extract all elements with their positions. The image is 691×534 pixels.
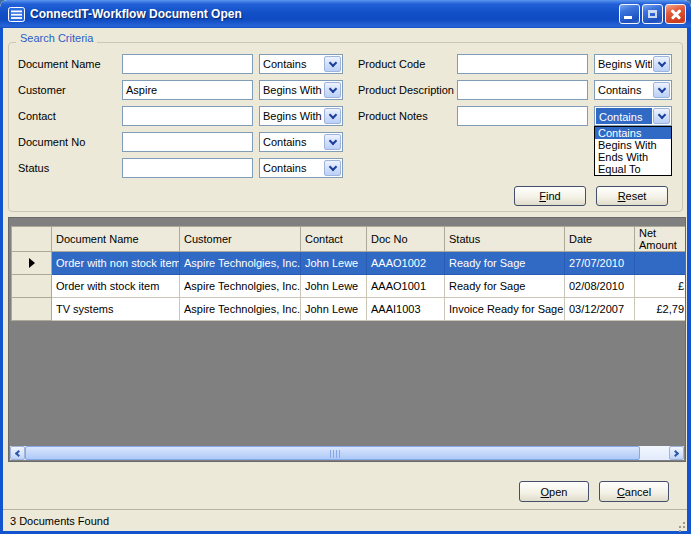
header-customer[interactable]: Customer <box>180 226 301 252</box>
header-document-name[interactable]: Document Name <box>52 226 180 252</box>
document-name-input[interactable] <box>122 54 253 74</box>
chevron-down-icon[interactable] <box>324 160 341 176</box>
cell-contact: John Lewe <box>301 298 367 321</box>
product-code-label: Product Code <box>358 54 425 74</box>
scroll-left-button[interactable] <box>10 446 25 460</box>
window-border-right <box>687 28 691 534</box>
row-selector[interactable] <box>11 275 52 298</box>
status-input[interactable] <box>122 158 253 178</box>
app-icon[interactable] <box>8 7 25 22</box>
cell-document-name: TV systems <box>52 298 180 321</box>
status-match-combo[interactable]: Contains <box>259 158 343 178</box>
cell-date: 02/08/2010 <box>565 275 635 298</box>
product-code-input[interactable] <box>457 54 588 74</box>
cell-status: Ready for Sage <box>445 252 565 275</box>
maximize-button[interactable] <box>642 4 663 24</box>
open-button[interactable]: Open <box>519 481 589 502</box>
contact-input[interactable] <box>122 106 253 126</box>
cell-doc-no: AAAO1001 <box>367 275 445 298</box>
window-border-left <box>0 28 3 534</box>
dropdown-option-ends-with[interactable]: Ends With <box>595 151 671 163</box>
horizontal-scrollbar <box>10 446 684 460</box>
cell-net-amount: £2,79 <box>635 298 686 321</box>
find-button[interactable]: Find <box>514 186 586 206</box>
resize-grip[interactable] <box>675 518 685 528</box>
product-code-match-combo[interactable]: Begins With <box>594 54 672 74</box>
chevron-down-icon[interactable] <box>324 82 341 98</box>
header-status[interactable]: Status <box>445 226 565 252</box>
document-no-match-combo[interactable]: Contains <box>259 132 343 152</box>
results-table: Document Name Customer Contact Doc No St… <box>11 226 686 321</box>
chevron-right-icon <box>672 449 679 456</box>
header-date[interactable]: Date <box>565 226 635 252</box>
current-row-arrow-icon <box>29 258 35 268</box>
cell-customer: Aspire Technolgies, Inc. <box>180 252 301 275</box>
chevron-down-icon[interactable] <box>653 82 670 98</box>
customer-input[interactable] <box>122 80 253 100</box>
header-contact[interactable]: Contact <box>301 226 367 252</box>
product-notes-label: Product Notes <box>358 106 428 126</box>
cell-status: Ready for Sage <box>445 275 565 298</box>
cell-net-amount <box>635 252 686 275</box>
customer-match-combo[interactable]: Begins With <box>259 80 343 100</box>
product-description-match-combo[interactable]: Contains <box>594 80 672 100</box>
cell-doc-no: AAAI1003 <box>367 298 445 321</box>
cell-contact: John Lewe <box>301 275 367 298</box>
chevron-down-icon[interactable] <box>653 56 670 72</box>
dropdown-option-begins-with[interactable]: Begins With <box>595 139 671 151</box>
scrollbar-thumb[interactable] <box>25 446 640 460</box>
cell-customer: Aspire Technolgies, Inc. <box>180 298 301 321</box>
dropdown-option-equal-to[interactable]: Equal To <box>595 163 671 175</box>
table-row[interactable]: Order with stock item Aspire Technolgies… <box>11 275 686 298</box>
scrollbar-grip-icon <box>333 450 334 458</box>
maximize-icon <box>648 10 657 18</box>
cell-date: 03/12/2007 <box>565 298 635 321</box>
contact-match-combo[interactable]: Begins With <box>259 106 343 126</box>
close-button[interactable] <box>665 4 686 24</box>
cell-customer: Aspire Technolgies, Inc. <box>180 275 301 298</box>
chevron-down-icon[interactable] <box>324 108 341 124</box>
search-criteria-label: Search Criteria <box>16 32 97 44</box>
results-grid: Document Name Customer Contact Doc No St… <box>8 217 686 462</box>
chevron-down-icon[interactable] <box>324 56 341 72</box>
scroll-right-button[interactable] <box>669 446 684 460</box>
row-selector[interactable] <box>11 252 52 275</box>
titlebar[interactable]: ConnectIT-Workflow Document Open <box>0 0 691 28</box>
product-notes-input[interactable] <box>457 106 588 126</box>
minimize-icon <box>624 16 632 19</box>
document-open-dialog: ConnectIT-Workflow Document Open Search … <box>0 0 691 534</box>
contact-label: Contact <box>18 106 56 126</box>
cancel-button[interactable]: Cancel <box>599 481 669 502</box>
document-name-match-combo[interactable]: Contains <box>259 54 343 74</box>
header-doc-no[interactable]: Doc No <box>367 226 445 252</box>
header-row-selector <box>11 226 52 252</box>
match-options-dropdown: Contains Begins With Ends With Equal To <box>594 126 672 176</box>
cell-document-name: Order with non stock item <box>52 252 180 275</box>
chevron-down-icon[interactable] <box>324 134 341 150</box>
chevron-left-icon <box>15 449 22 456</box>
table-row[interactable]: Order with non stock item Aspire Technol… <box>11 252 686 275</box>
reset-button[interactable]: Reset <box>596 186 668 206</box>
status-bar: 3 Documents Found <box>3 509 687 531</box>
status-bar-text: 3 Documents Found <box>10 515 109 527</box>
cell-net-amount: £ <box>635 275 686 298</box>
grid-header-row: Document Name Customer Contact Doc No St… <box>11 226 686 252</box>
header-net-amount[interactable]: Net Amount <box>635 226 686 252</box>
cell-document-name: Order with stock item <box>52 275 180 298</box>
document-no-label: Document No <box>18 132 85 152</box>
dropdown-option-contains[interactable]: Contains <box>595 127 671 139</box>
document-no-input[interactable] <box>122 132 253 152</box>
product-notes-match-combo[interactable]: Contains <box>594 106 672 126</box>
table-row[interactable]: TV systems Aspire Technolgies, Inc. John… <box>11 298 686 321</box>
product-description-input[interactable] <box>457 80 588 100</box>
customer-label: Customer <box>18 80 66 100</box>
product-description-label: Product Description <box>358 80 454 100</box>
chevron-down-icon[interactable] <box>653 108 670 124</box>
cell-doc-no: AAAO1002 <box>367 252 445 275</box>
minimize-button[interactable] <box>619 4 640 24</box>
document-name-label: Document Name <box>18 54 101 74</box>
scrollbar-track[interactable] <box>25 446 669 460</box>
window-title: ConnectIT-Workflow Document Open <box>30 7 617 21</box>
row-selector[interactable] <box>11 298 52 321</box>
status-label: Status <box>18 158 49 178</box>
